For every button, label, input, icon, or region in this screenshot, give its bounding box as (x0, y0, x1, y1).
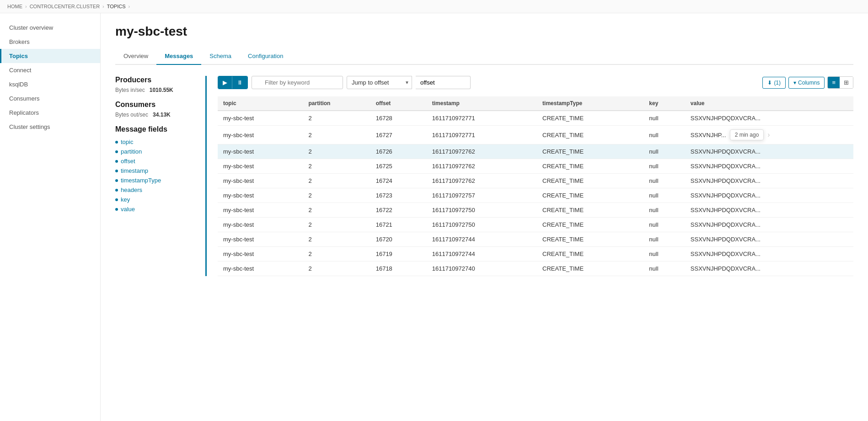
cell-timestampType: CREATE_TIME (537, 203, 643, 218)
cell-offset: 16726 (370, 144, 427, 159)
download-button[interactable]: ⬇ (1) (762, 77, 786, 89)
cell-timestampType: CREATE_TIME (537, 218, 643, 232)
table-row[interactable]: my-sbc-test2167281611710972771CREATE_TIM… (218, 111, 853, 126)
field-timestamptype[interactable]: timestampType (115, 176, 196, 185)
sidebar-item-cluster-settings-label: Cluster settings (9, 123, 50, 130)
play-pause-group: ▶ ⏸ (218, 76, 248, 89)
cell-offset: 16720 (370, 232, 427, 247)
col-header-offset: offset (370, 96, 427, 111)
filter-wrap: 🔍 (252, 76, 343, 89)
cell-topic: my-sbc-test (218, 111, 303, 126)
table-row[interactable]: my-sbc-test2167201611710972744CREATE_TIM… (218, 232, 853, 247)
cell-key: null (643, 126, 685, 144)
cell-value: SSXVNJHPDQDXVCRA... (685, 203, 853, 218)
cell-key: null (643, 247, 685, 261)
sidebar-item-replicators[interactable]: Replicators (0, 106, 100, 120)
cell-topic: my-sbc-test (218, 174, 303, 188)
cell-offset: 16721 (370, 218, 427, 232)
cell-topic: my-sbc-test (218, 188, 303, 203)
breadcrumb-cluster[interactable]: CONTROLCENTER.CLUSTER (30, 4, 100, 9)
sidebar-item-cluster-overview-label: Cluster overview (9, 24, 53, 31)
right-panel: ▶ ⏸ 🔍 Jump to offset Jump to time Jump t… (218, 76, 853, 276)
cell-key: null (643, 232, 685, 247)
toolbar-right: ⬇ (1) ▾ Columns ≡ ⊞ (762, 76, 853, 89)
cell-topic: my-sbc-test (218, 159, 303, 174)
field-headers[interactable]: headers (115, 185, 196, 195)
cell-topic: my-sbc-test (218, 261, 303, 276)
cell-value: SSXVNJHP...2 min ago› (685, 126, 853, 144)
tab-schema[interactable]: Schema (201, 48, 240, 65)
sidebar-item-consumers-label: Consumers (9, 95, 39, 102)
cell-timestampType: CREATE_TIME (537, 111, 643, 126)
cell-timestampType: CREATE_TIME (537, 144, 643, 159)
table-row[interactable]: my-sbc-test2167241611710972762CREATE_TIM… (218, 174, 853, 188)
sidebar-item-brokers-label: Brokers (9, 38, 30, 45)
cell-partition: 2 (303, 126, 370, 144)
sidebar-item-consumers[interactable]: Consumers (0, 91, 100, 106)
cell-timestamp: 1611710972771 (427, 111, 537, 126)
table-row[interactable]: my-sbc-test2167261611710972762CREATE_TIM… (218, 144, 853, 159)
tab-overview[interactable]: Overview (115, 48, 156, 65)
table-row[interactable]: my-sbc-test2167231611710972757CREATE_TIM… (218, 188, 853, 203)
sidebar-item-topics[interactable]: Topics (0, 49, 100, 63)
tab-configuration[interactable]: Configuration (240, 48, 291, 65)
cell-value: SSXVNJHPDQDXVCRA... (685, 232, 853, 247)
sidebar-item-cluster-overview[interactable]: Cluster overview (0, 21, 100, 35)
breadcrumb-home[interactable]: HOME (7, 4, 22, 9)
col-header-topic: topic (218, 96, 303, 111)
cell-timestampType: CREATE_TIME (537, 174, 643, 188)
cell-partition: 2 (303, 159, 370, 174)
cell-offset: 16725 (370, 159, 427, 174)
cell-value: SSXVNJHPDQDXVCRA... (685, 247, 853, 261)
cell-topic: my-sbc-test (218, 218, 303, 232)
play-button[interactable]: ▶ (218, 76, 232, 89)
table-row[interactable]: my-sbc-test2167221611710972750CREATE_TIM… (218, 203, 853, 218)
grid-view-button[interactable]: ⊞ (840, 77, 853, 88)
filter-input[interactable] (252, 76, 343, 89)
field-topic[interactable]: topic (115, 137, 196, 147)
view-toggle: ≡ ⊞ (827, 76, 853, 89)
field-timestamp[interactable]: timestamp (115, 166, 196, 176)
field-offset[interactable]: offset (115, 156, 196, 166)
col-header-timestamptype: timestampType (537, 96, 643, 111)
breadcrumb-topics[interactable]: TOPICS (107, 4, 126, 9)
cell-key: null (643, 203, 685, 218)
cell-partition: 2 (303, 188, 370, 203)
tab-messages[interactable]: Messages (156, 48, 201, 65)
page-title: my-sbc-test (115, 24, 853, 39)
columns-button[interactable]: ▾ Columns (788, 77, 825, 89)
sidebar-item-ksqldb[interactable]: ksqlDB (0, 77, 100, 91)
cell-offset: 16727 (370, 126, 427, 144)
cell-key: null (643, 159, 685, 174)
table-row[interactable]: my-sbc-test2167191611710972744CREATE_TIM… (218, 247, 853, 261)
sidebar-item-brokers[interactable]: Brokers (0, 35, 100, 49)
table-row[interactable]: my-sbc-test2167211611710972750CREATE_TIM… (218, 218, 853, 232)
table-row[interactable]: my-sbc-test2167271611710972771CREATE_TIM… (218, 126, 853, 144)
consumers-stat-label: Bytes out/sec (115, 112, 148, 118)
consumers-stat-value: 34.13K (153, 112, 171, 118)
consumers-stat: Bytes out/sec 34.13K (115, 112, 196, 118)
table-row[interactable]: my-sbc-test2167251611710972762CREATE_TIM… (218, 159, 853, 174)
cell-timestampType: CREATE_TIME (537, 159, 643, 174)
cell-timestamp: 1611710972762 (427, 174, 537, 188)
list-view-button[interactable]: ≡ (828, 77, 840, 88)
cell-key: null (643, 144, 685, 159)
cell-topic: my-sbc-test (218, 144, 303, 159)
cell-value: SSXVNJHPDQDXVCRA... (685, 144, 853, 159)
cell-partition: 2 (303, 203, 370, 218)
offset-input[interactable] (416, 76, 471, 89)
breadcrumb-sep-3: › (129, 4, 130, 9)
cell-topic: my-sbc-test (218, 126, 303, 144)
sidebar-item-cluster-settings[interactable]: Cluster settings (0, 120, 100, 134)
pause-button[interactable]: ⏸ (232, 76, 247, 89)
breadcrumb-sep-1: › (25, 4, 27, 9)
tab-bar: Overview Messages Schema Configuration (115, 48, 853, 65)
field-key[interactable]: key (115, 195, 196, 204)
producers-stat-value: 1010.55K (150, 87, 173, 93)
field-value[interactable]: value (115, 204, 196, 214)
table-row[interactable]: my-sbc-test2167181611710972740CREATE_TIM… (218, 261, 853, 276)
field-partition[interactable]: partition (115, 147, 196, 156)
sidebar-item-connect[interactable]: Connect (0, 63, 100, 77)
cell-partition: 2 (303, 247, 370, 261)
jump-to-select[interactable]: Jump to offset Jump to time Jump to begi… (347, 76, 412, 89)
